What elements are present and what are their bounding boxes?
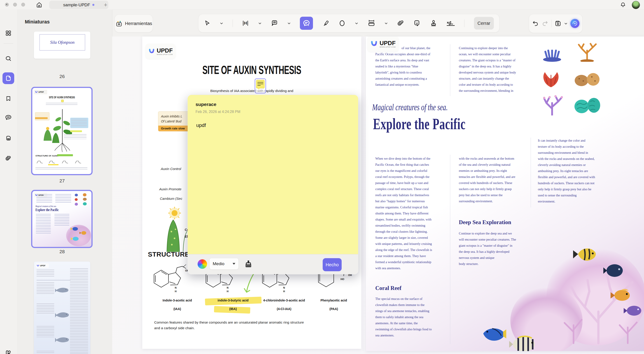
coral-illustrations — [538, 41, 610, 122]
thumbnail-page-26[interactable]: Sila Ofonpson — [34, 31, 90, 59]
user-avatar[interactable] — [632, 1, 640, 9]
close-annotate-button[interactable]: Cerrar — [474, 17, 494, 29]
undo-button[interactable] — [532, 20, 539, 27]
note-timestamp: Feb 26, 2026 at 4:24:28 PM — [196, 110, 240, 114]
color-picker-wheel[interactable] — [198, 259, 207, 269]
annotation-toolbar: H Cerrar — [198, 14, 500, 32]
compound-name: Indole-3-acetic acid — [152, 299, 202, 302]
ellipse-shape-tool[interactable] — [338, 20, 346, 27]
common-features-line1: Common features shared by these compound… — [154, 320, 304, 325]
thumbnail-page-29[interactable]: UPDF — [34, 262, 90, 354]
signature-text: Sila Ofonpson — [50, 40, 74, 45]
thumb-tagline: Magical creatures of the sea. — [36, 205, 56, 207]
sidebar-item-page-organize[interactable] — [2, 132, 14, 144]
pdf-page-28[interactable]: of our blue planet, thePacific Ocean occ… — [366, 36, 644, 351]
svg-text:H: H — [283, 290, 285, 293]
page-number: 27 — [34, 178, 90, 183]
sticker-tool[interactable] — [413, 20, 420, 27]
logo-brand-text: UPDF — [157, 47, 173, 54]
common-features-line2: and a carboxyl side chain. — [154, 325, 304, 331]
body-column-2: with the rocks and seaweeds at the botto… — [459, 156, 515, 204]
thumb-structure-heading: STRUCTURE OF AUXIN — [36, 155, 58, 157]
blue-tang — [479, 324, 507, 343]
titlebar: sample-UPDF + — [0, 0, 644, 10]
stamp-tool[interactable] — [430, 20, 437, 27]
toolbox-icon — [115, 20, 123, 27]
notifications-bell-icon[interactable] — [620, 2, 626, 8]
sticky-note-popup[interactable]: superace Feb 26, 2026 at 4:24:28 PM updf… — [188, 95, 358, 274]
sergeant-major-fish — [509, 334, 540, 351]
note-text[interactable]: updf — [196, 122, 206, 128]
document-tab[interactable]: sample-UPDF — [49, 1, 108, 9]
thumbnails-panel-title: Miniaturas — [25, 19, 50, 25]
sidebar-item-search[interactable] — [2, 53, 14, 64]
attachment-tool[interactable] — [397, 20, 404, 27]
done-button[interactable]: Hecho — [323, 258, 342, 271]
sticky-note-body[interactable]: superace Feb 26, 2026 at 4:24:28 PM updf — [188, 95, 358, 254]
shape-tool-chevron-icon[interactable] — [355, 22, 358, 24]
compound-abbr: (IAA) — [152, 307, 202, 311]
compound-name: Phenylacetic acid — [307, 299, 361, 302]
svg-text:HO: HO — [340, 278, 344, 281]
thumbnail-page-27[interactable]: UPDF SITE OF AUXIN SYNTHESIS STRUCTURE O… — [32, 88, 92, 174]
column-divider — [450, 44, 450, 96]
left-icon-rail — [0, 9, 17, 354]
measure-tool[interactable] — [368, 19, 375, 27]
page-number: 28 — [34, 249, 90, 254]
sidebar-item-comments[interactable] — [2, 112, 14, 124]
sticky-note-toolbar: Medio Hecho — [188, 254, 358, 274]
traffic-light-close[interactable] — [5, 3, 9, 6]
thumb-title: SITE OF AUXIN SYNTHESIS — [41, 96, 83, 99]
structure-iaa: OH N H — [151, 262, 190, 296]
body-column-3: It can instantly change the color andtex… — [538, 138, 595, 204]
sidebar-item-attachments[interactable] — [2, 153, 14, 164]
svg-text:N: N — [283, 286, 285, 289]
sidebar-item-overview[interactable] — [2, 27, 14, 39]
traffic-light-zoom[interactable] — [21, 3, 25, 6]
measure-tool-chevron-icon[interactable] — [384, 22, 388, 24]
compound-name: 4-chloroindole-3-acetic acid — [257, 299, 311, 302]
highlight-text-tool[interactable]: H — [242, 20, 249, 27]
deep-sea-heading: Deep Sea Exploration — [459, 219, 511, 225]
sticky-note-tool[interactable] — [300, 17, 313, 30]
text-comment-chevron-icon[interactable] — [288, 22, 290, 24]
unsaved-dot-icon — [92, 4, 94, 6]
select-tool-chevron-icon[interactable] — [220, 22, 223, 24]
home-icon[interactable] — [36, 2, 42, 8]
select-tool[interactable] — [204, 20, 211, 27]
svg-text:N: N — [175, 286, 176, 289]
sidebar-item-bookmarks[interactable] — [2, 93, 14, 104]
auxin-label-control: Auxin Control — [161, 167, 181, 171]
new-tab-button[interactable]: + — [104, 1, 107, 8]
toolbar-divider — [232, 19, 233, 27]
rail-divider — [4, 43, 13, 43]
page-number: 26 — [34, 74, 90, 79]
highlight-tool-chevron-icon[interactable] — [258, 22, 262, 24]
save-button[interactable] — [554, 20, 561, 27]
opacity-value: Medio — [213, 261, 224, 266]
ai-assistant-icon[interactable] — [570, 19, 580, 28]
history-save-panel — [529, 14, 582, 33]
delete-note-brush-icon[interactable] — [244, 259, 253, 269]
auxin-label-cambium: Cambium (Sec — [160, 197, 182, 200]
page-subtitle: Biosynthesis of IAA associated with rapi… — [142, 89, 361, 93]
text-comment-tool[interactable] — [271, 20, 278, 27]
goldfish — [610, 287, 632, 304]
opacity-dropdown[interactable]: Medio — [209, 258, 239, 270]
tools-button[interactable]: Herramientas — [114, 14, 153, 32]
thumbnail-page-28[interactable]: UPDF Magical creatures of the sea. Explo… — [32, 191, 92, 247]
dropdown-arrow-icon — [232, 263, 235, 265]
save-chevron-icon[interactable] — [564, 22, 568, 24]
redo-button[interactable] — [542, 20, 548, 27]
updf-logo: UPDF WWW.UPDF.COM — [146, 44, 176, 59]
compound-abbr: (PAA) — [307, 307, 361, 311]
color-swatches-icon[interactable] — [2, 347, 14, 354]
highlighter-pen-tool[interactable] — [322, 20, 329, 27]
traffic-light-minimize[interactable] — [13, 3, 17, 6]
signature-tool[interactable] — [446, 19, 455, 27]
sidebar-item-thumbnails[interactable] — [2, 72, 14, 84]
page-headline: Explore the Pacific — [373, 115, 466, 133]
note-annotation-anchor[interactable] — [255, 78, 266, 93]
page-gap — [363, 36, 363, 351]
svg-text:H: H — [175, 290, 176, 293]
